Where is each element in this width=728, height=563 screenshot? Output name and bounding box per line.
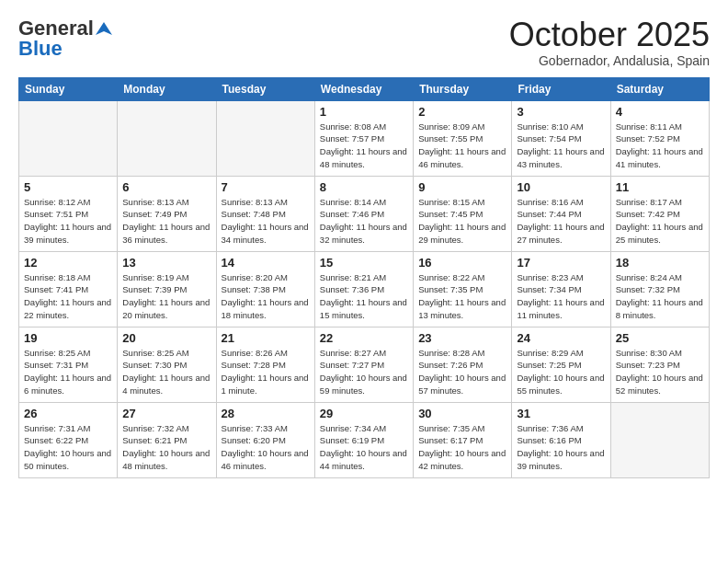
day-info: Sunrise: 8:17 AM Sunset: 7:42 PM Dayligh…: [616, 196, 704, 247]
table-row: [216, 100, 314, 176]
day-info: Sunrise: 8:15 AM Sunset: 7:45 PM Dayligh…: [418, 196, 506, 247]
table-row: 1Sunrise: 8:08 AM Sunset: 7:57 PM Daylig…: [314, 100, 413, 176]
day-info: Sunrise: 7:32 AM Sunset: 6:21 PM Dayligh…: [122, 422, 210, 473]
day-info: Sunrise: 7:36 AM Sunset: 6:16 PM Dayligh…: [517, 422, 605, 473]
table-row: [118, 100, 216, 176]
col-monday: Monday: [118, 77, 216, 100]
day-info: Sunrise: 8:20 AM Sunset: 7:38 PM Dayligh…: [222, 271, 310, 322]
day-number: 29: [320, 407, 408, 420]
col-friday: Friday: [512, 77, 610, 100]
day-info: Sunrise: 8:13 AM Sunset: 7:48 PM Dayligh…: [222, 196, 310, 247]
day-number: 26: [24, 407, 112, 420]
table-row: 4Sunrise: 8:11 AM Sunset: 7:52 PM Daylig…: [610, 100, 709, 176]
col-thursday: Thursday: [414, 77, 512, 100]
day-number: 13: [122, 256, 210, 270]
table-row: 20Sunrise: 8:25 AM Sunset: 7:30 PM Dayli…: [118, 327, 216, 402]
day-number: 28: [222, 407, 310, 420]
calendar-week-row: 12Sunrise: 8:18 AM Sunset: 7:41 PM Dayli…: [19, 251, 710, 327]
day-info: Sunrise: 7:35 AM Sunset: 6:17 PM Dayligh…: [418, 422, 506, 473]
day-number: 24: [517, 331, 605, 345]
table-row: 11Sunrise: 8:17 AM Sunset: 7:42 PM Dayli…: [610, 176, 709, 251]
day-info: Sunrise: 8:22 AM Sunset: 7:35 PM Dayligh…: [418, 271, 506, 322]
table-row: 27Sunrise: 7:32 AM Sunset: 6:21 PM Dayli…: [118, 402, 216, 477]
table-row: [19, 100, 118, 176]
table-row: 8Sunrise: 8:14 AM Sunset: 7:46 PM Daylig…: [314, 176, 413, 251]
table-row: 15Sunrise: 8:21 AM Sunset: 7:36 PM Dayli…: [314, 251, 413, 327]
day-info: Sunrise: 7:31 AM Sunset: 6:22 PM Dayligh…: [24, 422, 112, 473]
calendar-header-row: Sunday Monday Tuesday Wednesday Thursday…: [19, 77, 710, 100]
calendar-table: Sunday Monday Tuesday Wednesday Thursday…: [18, 77, 710, 478]
day-info: Sunrise: 7:34 AM Sunset: 6:19 PM Dayligh…: [320, 422, 408, 473]
day-number: 8: [320, 180, 408, 194]
col-sunday: Sunday: [19, 77, 118, 100]
day-number: 12: [24, 256, 112, 270]
col-saturday: Saturday: [610, 77, 709, 100]
day-info: Sunrise: 8:28 AM Sunset: 7:26 PM Dayligh…: [418, 347, 506, 397]
day-info: Sunrise: 8:08 AM Sunset: 7:57 PM Dayligh…: [320, 121, 408, 171]
logo-blue: Blue: [18, 37, 63, 61]
day-number: 31: [517, 407, 605, 420]
day-info: Sunrise: 8:29 AM Sunset: 7:25 PM Dayligh…: [517, 347, 605, 397]
day-number: 15: [320, 256, 408, 270]
title-block: October 2025 Gobernador, Andalusia, Spai…: [509, 17, 710, 68]
day-info: Sunrise: 8:11 AM Sunset: 7:52 PM Dayligh…: [616, 121, 704, 171]
table-row: 14Sunrise: 8:20 AM Sunset: 7:38 PM Dayli…: [216, 251, 314, 327]
table-row: 21Sunrise: 8:26 AM Sunset: 7:28 PM Dayli…: [216, 327, 314, 402]
location: Gobernador, Andalusia, Spain: [509, 53, 710, 68]
day-number: 23: [418, 331, 506, 345]
calendar-week-row: 5Sunrise: 8:12 AM Sunset: 7:51 PM Daylig…: [19, 176, 710, 251]
day-number: 25: [616, 331, 704, 345]
logo: General Blue: [18, 17, 112, 61]
day-info: Sunrise: 8:21 AM Sunset: 7:36 PM Dayligh…: [320, 271, 408, 322]
day-info: Sunrise: 8:18 AM Sunset: 7:41 PM Dayligh…: [24, 271, 112, 322]
day-number: 4: [616, 105, 704, 119]
day-number: 30: [418, 407, 506, 420]
day-info: Sunrise: 8:26 AM Sunset: 7:28 PM Dayligh…: [222, 347, 310, 397]
table-row: 30Sunrise: 7:35 AM Sunset: 6:17 PM Dayli…: [414, 402, 512, 477]
table-row: 12Sunrise: 8:18 AM Sunset: 7:41 PM Dayli…: [19, 251, 118, 327]
calendar-week-row: 19Sunrise: 8:25 AM Sunset: 7:31 PM Dayli…: [19, 327, 710, 402]
day-number: 18: [616, 256, 704, 270]
day-info: Sunrise: 8:19 AM Sunset: 7:39 PM Dayligh…: [122, 271, 210, 322]
table-row: 22Sunrise: 8:27 AM Sunset: 7:27 PM Dayli…: [314, 327, 413, 402]
day-info: Sunrise: 8:27 AM Sunset: 7:27 PM Dayligh…: [320, 347, 408, 397]
day-number: 14: [222, 256, 310, 270]
table-row: 25Sunrise: 8:30 AM Sunset: 7:23 PM Dayli…: [610, 327, 709, 402]
day-number: 27: [122, 407, 210, 420]
table-row: 17Sunrise: 8:23 AM Sunset: 7:34 PM Dayli…: [512, 251, 610, 327]
svg-marker-0: [96, 22, 112, 35]
day-info: Sunrise: 8:12 AM Sunset: 7:51 PM Dayligh…: [24, 196, 112, 247]
table-row: [610, 402, 709, 477]
day-info: Sunrise: 8:23 AM Sunset: 7:34 PM Dayligh…: [517, 271, 605, 322]
table-row: 16Sunrise: 8:22 AM Sunset: 7:35 PM Dayli…: [414, 251, 512, 327]
calendar-week-row: 1Sunrise: 8:08 AM Sunset: 7:57 PM Daylig…: [19, 100, 710, 176]
day-number: 20: [122, 331, 210, 345]
day-number: 17: [517, 256, 605, 270]
day-number: 16: [418, 256, 506, 270]
table-row: 7Sunrise: 8:13 AM Sunset: 7:48 PM Daylig…: [216, 176, 314, 251]
day-number: 3: [517, 105, 605, 119]
day-info: Sunrise: 8:25 AM Sunset: 7:30 PM Dayligh…: [122, 347, 210, 397]
day-number: 6: [122, 180, 210, 194]
table-row: 13Sunrise: 8:19 AM Sunset: 7:39 PM Dayli…: [118, 251, 216, 327]
table-row: 28Sunrise: 7:33 AM Sunset: 6:20 PM Dayli…: [216, 402, 314, 477]
day-info: Sunrise: 8:09 AM Sunset: 7:55 PM Dayligh…: [418, 121, 506, 171]
month-title: October 2025: [509, 17, 710, 53]
day-number: 22: [320, 331, 408, 345]
day-number: 10: [517, 180, 605, 194]
day-info: Sunrise: 7:33 AM Sunset: 6:20 PM Dayligh…: [222, 422, 310, 473]
table-row: 24Sunrise: 8:29 AM Sunset: 7:25 PM Dayli…: [512, 327, 610, 402]
table-row: 3Sunrise: 8:10 AM Sunset: 7:54 PM Daylig…: [512, 100, 610, 176]
day-info: Sunrise: 8:16 AM Sunset: 7:44 PM Dayligh…: [517, 196, 605, 247]
table-row: 6Sunrise: 8:13 AM Sunset: 7:49 PM Daylig…: [118, 176, 216, 251]
table-row: 5Sunrise: 8:12 AM Sunset: 7:51 PM Daylig…: [19, 176, 118, 251]
day-info: Sunrise: 8:30 AM Sunset: 7:23 PM Dayligh…: [616, 347, 704, 397]
table-row: 23Sunrise: 8:28 AM Sunset: 7:26 PM Dayli…: [414, 327, 512, 402]
table-row: 9Sunrise: 8:15 AM Sunset: 7:45 PM Daylig…: [414, 176, 512, 251]
day-info: Sunrise: 8:24 AM Sunset: 7:32 PM Dayligh…: [616, 271, 704, 322]
table-row: 29Sunrise: 7:34 AM Sunset: 6:19 PM Dayli…: [314, 402, 413, 477]
table-row: 31Sunrise: 7:36 AM Sunset: 6:16 PM Dayli…: [512, 402, 610, 477]
header: General Blue October 2025 Gobernador, An…: [18, 17, 710, 68]
table-row: 2Sunrise: 8:09 AM Sunset: 7:55 PM Daylig…: [414, 100, 512, 176]
col-wednesday: Wednesday: [314, 77, 413, 100]
